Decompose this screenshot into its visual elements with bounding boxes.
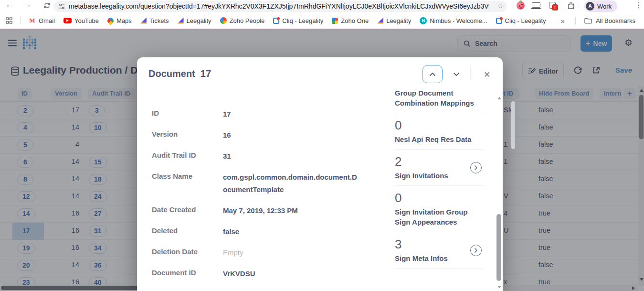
- field-label: Deletion Date: [152, 247, 221, 257]
- related-name: Group Document Combination Mappings: [395, 91, 482, 108]
- field-value: Empty: [223, 247, 361, 259]
- metabase-app: + New ⚙ Leegality Production / Doc Edito…: [0, 28, 644, 291]
- bookmark-nimbus-welcome-[interactable]: NNimbus - Welcome...: [420, 17, 487, 24]
- cliq-icon: [273, 18, 279, 24]
- bookmarks-right: » All Bookmarks: [554, 17, 640, 25]
- field-value: false: [223, 226, 361, 238]
- field-value: true: [223, 289, 361, 291]
- modal-title-text: Document: [148, 68, 195, 79]
- object-detail-modal: Document17 ✕ ID17Version16Audit Trail ID…: [137, 57, 503, 291]
- bookmark-label: Leegality: [386, 17, 411, 24]
- bookmark-label: Leegality: [187, 17, 211, 24]
- detail-fields: ID17Version16Audit Trail ID31Class Namec…: [152, 108, 371, 291]
- bookmarks-overflow-icon[interactable]: »: [561, 17, 565, 25]
- bookmark-maps[interactable]: Maps: [107, 17, 132, 24]
- detail-field-row: ID17: [152, 108, 371, 120]
- bookmark-label: YouTube: [74, 17, 99, 24]
- chevron-up-icon: [429, 72, 436, 76]
- detail-field-row: Deletion DateEmpty: [152, 247, 371, 259]
- bookmark-cliq-leegality[interactable]: Cliq - Leegality: [496, 17, 546, 24]
- field-label: Date Created: [152, 205, 221, 215]
- field-label: ID: [152, 108, 221, 119]
- modal-left-scroll-down-arrow[interactable]: [512, 284, 516, 286]
- bookmark-tickets[interactable]: Tickets: [140, 17, 169, 24]
- detail-field-row: Deletedfalse: [152, 226, 371, 238]
- bookmark-label: Cliq - Leegality: [505, 17, 546, 24]
- url-bar[interactable]: metabase.leegality.com/question?objectId…: [53, 1, 507, 12]
- bookmark-label: Cliq - Leegality: [282, 17, 323, 24]
- forward-icon[interactable]: →: [22, 0, 33, 9]
- field-label: Audit Trail ID: [152, 150, 221, 161]
- maps-icon: [106, 16, 115, 25]
- modal-left-scroll-thumb[interactable]: [511, 101, 515, 149]
- all-bookmarks-button[interactable]: All Bookmarks: [584, 17, 635, 24]
- bookmark-leegality[interactable]: Leegality: [377, 17, 411, 24]
- chevron-down-icon: [453, 72, 460, 76]
- related-object-item[interactable]: 2Sign Invitations: [395, 150, 484, 186]
- bookmark-gmail[interactable]: MGmail: [29, 17, 55, 24]
- bookmarks-list: MGmailYouTubeMapsTicketsLeegalityZoho Pe…: [24, 17, 550, 24]
- extensions-puzzle-icon[interactable]: [567, 2, 575, 11]
- detail-field-row: Hide From Boardtrue: [152, 289, 371, 291]
- profile-label: Work: [597, 3, 612, 10]
- site-settings-icon[interactable]: [58, 3, 65, 12]
- bookmark-leegality[interactable]: Leegality: [178, 17, 211, 24]
- reload-icon[interactable]: [41, 2, 53, 11]
- extension-melon-icon[interactable]: [517, 1, 525, 10]
- related-count: 0: [395, 117, 484, 133]
- next-row-button[interactable]: [446, 65, 466, 83]
- nimbus-icon: N: [420, 17, 427, 24]
- modal-header-divider: [470, 67, 471, 81]
- play-triangle: [66, 19, 69, 22]
- bookmark-cliq-leegality[interactable]: Cliq - Leegality: [273, 17, 323, 24]
- related-name: Sign Meta Infos: [395, 253, 482, 263]
- open-related-button[interactable]: [470, 245, 482, 256]
- modal-right-scroll-down-arrow[interactable]: [497, 286, 501, 288]
- open-related-button[interactable]: [470, 162, 482, 173]
- modal-object-id: 17: [201, 68, 211, 79]
- detail-field-row: Version16: [152, 129, 371, 141]
- browser-menu-icon[interactable]: ⋮: [635, 1, 642, 10]
- related-name: Sign Invitations: [395, 171, 482, 181]
- modal-right-scroll-up-arrow[interactable]: [497, 97, 501, 99]
- leegality-icon: [140, 18, 147, 24]
- all-bookmarks-label: All Bookmarks: [596, 17, 635, 24]
- bookmark-zoho-one[interactable]: Zoho One: [332, 17, 369, 24]
- youtube-icon: [63, 18, 72, 23]
- url-text[interactable]: metabase.leegality.com/question?objectId…: [69, 2, 489, 10]
- laptop-icon[interactable]: [532, 2, 540, 8]
- bookmark-youtube[interactable]: YouTube: [63, 17, 99, 24]
- bookmark-star-icon[interactable]: ☆: [497, 2, 503, 10]
- apps-grid-icon[interactable]: [6, 17, 12, 24]
- field-label: Hide From Board: [152, 289, 221, 291]
- profile-chip[interactable]: A Work: [584, 0, 617, 12]
- related-object-item[interactable]: Group Document Combination Mappings: [395, 91, 484, 113]
- related-name: Sign Invitation Group Sign Appearances: [395, 207, 482, 227]
- close-icon[interactable]: ✕: [482, 68, 492, 82]
- back-icon[interactable]: ←: [4, 0, 15, 9]
- related-object-item[interactable]: 3Sign Meta Infos: [395, 232, 484, 269]
- related-name: Nesl Api Req Res Data: [395, 134, 482, 144]
- modal-title: Document17: [148, 68, 211, 79]
- bookmark-label: Zoho One: [341, 17, 369, 24]
- detail-field-row: Document IDVrKVDSU: [152, 268, 371, 280]
- theme-divider: [0, 28, 644, 29]
- related-objects-list: Group Document Combination Mappings0Nesl…: [395, 91, 484, 269]
- browser-toolbar: ← → metabase.leegality.com/question?obje…: [0, 0, 644, 13]
- related-object-item[interactable]: 0Nesl Api Req Res Data: [395, 113, 484, 150]
- zoho-people-icon: [220, 17, 227, 24]
- bookmarks-divider: [575, 17, 576, 24]
- bookmark-zoho-people[interactable]: Zoho People: [220, 17, 265, 24]
- modal-left-scroll-up-arrow[interactable]: [512, 96, 516, 98]
- notification-dot: [277, 17, 280, 20]
- field-label: Document ID: [152, 268, 221, 278]
- modal-right-scroll-thumb[interactable]: [496, 214, 501, 281]
- previous-row-button[interactable]: [422, 65, 443, 83]
- related-object-item[interactable]: 0Sign Invitation Group Sign Appearances: [395, 186, 484, 232]
- leegality-icon: [178, 18, 184, 24]
- bookmarks-divider: [20, 17, 21, 24]
- bookmark-label: Zoho People: [230, 17, 265, 24]
- notification-dot: [500, 17, 503, 20]
- field-value: 31: [223, 150, 361, 162]
- bookmarks-bar: MGmailYouTubeMapsTicketsLeegalityZoho Pe…: [0, 13, 644, 28]
